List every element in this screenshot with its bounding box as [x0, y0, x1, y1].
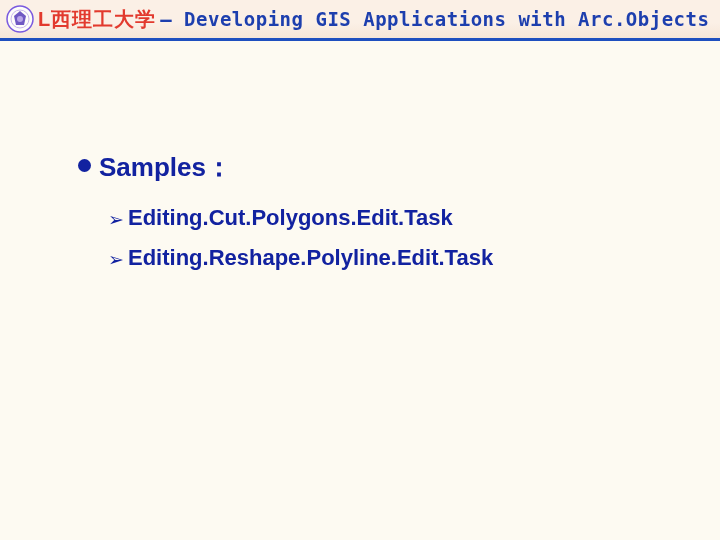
heading-text: Samples： — [99, 150, 232, 185]
university-name: L西理工大学 — [38, 6, 156, 33]
sub-item-text: Editing.Reshape.Polyline.Edit.Task — [128, 245, 493, 271]
university-logo-icon — [6, 5, 34, 33]
sub-item-text: Editing.Cut.Polygons.Edit.Task — [128, 205, 453, 231]
slide-header: L西理工大学 – Developing GIS Applications wit… — [0, 0, 720, 41]
course-title-text: Developing GIS Applications with Arc.Obj… — [184, 8, 720, 30]
bullet-heading: Samples： — [78, 150, 678, 185]
course-title-line: – Developing GIS Applications with Arc.O… — [160, 8, 720, 30]
sub-bullet-list: ➢ Editing.Cut.Polygons.Edit.Task ➢ Editi… — [108, 205, 678, 271]
slide: L西理工大学 – Developing GIS Applications wit… — [0, 0, 720, 540]
separator: – — [160, 8, 184, 30]
list-item: ➢ Editing.Reshape.Polyline.Edit.Task — [108, 245, 678, 271]
slide-body: Samples： ➢ Editing.Cut.Polygons.Edit.Tas… — [78, 150, 678, 285]
list-item: ➢ Editing.Cut.Polygons.Edit.Task — [108, 205, 678, 231]
arrow-bullet-icon: ➢ — [108, 248, 124, 271]
disc-bullet-icon — [78, 159, 91, 172]
svg-point-2 — [17, 16, 23, 22]
arrow-bullet-icon: ➢ — [108, 208, 124, 231]
